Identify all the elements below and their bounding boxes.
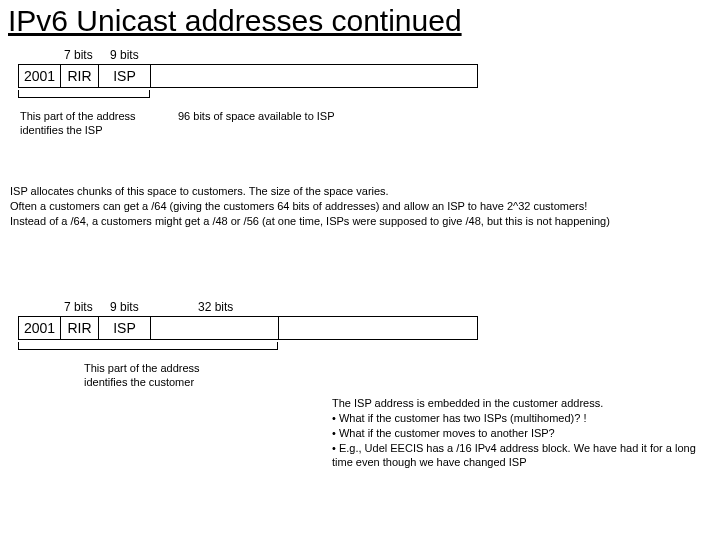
seg-rir: RIR [61,65,99,87]
diagram-isp: 7 bits 9 bits 2001 RIR ISP This part of … [0,48,720,168]
seg-rir-2: RIR [61,317,99,339]
address-box-customer: 2001 RIR ISP [18,316,478,340]
bits-label-9-2: 9 bits [110,300,139,314]
seg-2001-2: 2001 [19,317,61,339]
bits-label-32: 32 bits [198,300,233,314]
bracket-isp-prefix [18,90,150,98]
bits-label-7: 7 bits [64,48,93,62]
caption-96bits: 96 bits of space available to ISP [178,110,335,124]
seg-2001: 2001 [19,65,61,87]
paragraph-isp-embedded: The ISP address is embedded in the custo… [332,396,702,470]
bits-label-7-2: 7 bits [64,300,93,314]
bits-label-9: 9 bits [110,48,139,62]
address-box-isp: 2001 RIR ISP [18,64,478,88]
seg-space-2 [279,317,477,339]
caption-identifies-isp: This part of the address identifies the … [20,110,170,138]
seg-space [151,65,477,87]
seg-customer [151,317,279,339]
bracket-customer-prefix [18,342,278,350]
seg-isp-2: ISP [99,317,151,339]
caption-identifies-customer: This part of the address identifies the … [84,362,254,390]
seg-isp: ISP [99,65,151,87]
paragraph-isp-allocates: ISP allocates chunks of this space to cu… [10,184,710,229]
page-title: IPv6 Unicast addresses continued [0,0,720,40]
